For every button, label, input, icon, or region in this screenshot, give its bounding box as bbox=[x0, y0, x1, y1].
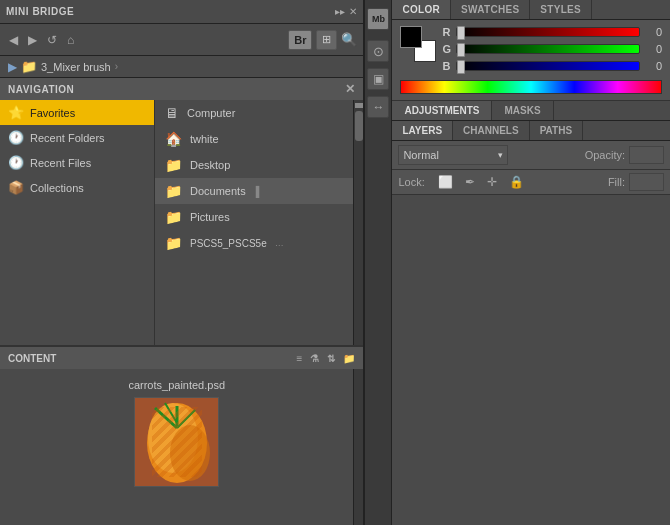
blue-slider-row: B 0 bbox=[442, 60, 662, 72]
cursor-indicator: ▌ bbox=[256, 186, 263, 197]
nav-item-recent-files[interactable]: 🕐 Recent Files bbox=[0, 150, 154, 175]
content-main: carrots_painted.psd bbox=[0, 369, 353, 525]
new-folder-icon[interactable]: 📁 bbox=[343, 353, 355, 364]
breadcrumb-text: 3_Mixer brush bbox=[41, 61, 111, 73]
sort-icon[interactable]: ⇅ bbox=[327, 353, 335, 364]
file-item-pscs5[interactable]: 📁 PSCS5_PSCS5e … bbox=[155, 230, 353, 256]
view-button[interactable]: ⊞ bbox=[316, 30, 337, 50]
opacity-label: Opacity: bbox=[585, 149, 625, 161]
expand-icon[interactable]: ▸▸ bbox=[335, 6, 345, 17]
tab-channels[interactable]: CHANNELS bbox=[453, 121, 530, 140]
tab-masks[interactable]: MASKS bbox=[492, 101, 553, 120]
file-thumbnail: carrots_painted.psd bbox=[0, 369, 353, 497]
color-spectrum[interactable] bbox=[400, 80, 662, 94]
search-button[interactable]: 🔍 bbox=[341, 32, 357, 47]
content-header: CONTENT ≡ ⚗ ⇅ 📁 bbox=[0, 347, 363, 369]
lock-all-icon[interactable]: 🔒 bbox=[506, 174, 527, 190]
nav-item-collections[interactable]: 📦 Collections bbox=[0, 175, 154, 200]
file-item-twhite[interactable]: 🏠 twhite bbox=[155, 126, 353, 152]
home-button[interactable]: ⌂ bbox=[64, 32, 77, 48]
right-panel: COLOR SWATCHES STYLES R 0 G bbox=[392, 0, 670, 525]
foreground-color-box[interactable] bbox=[400, 26, 422, 48]
mb-side-button[interactable]: Mb bbox=[367, 8, 389, 30]
nav-item-recent-folders[interactable]: 🕐 Recent Folders bbox=[0, 125, 154, 150]
red-value: 0 bbox=[644, 26, 662, 38]
red-slider-thumb[interactable] bbox=[457, 26, 465, 40]
scroll-handle[interactable] bbox=[355, 111, 363, 141]
sliders-area: R 0 G 0 B bbox=[442, 26, 662, 72]
fill-input[interactable] bbox=[629, 173, 664, 191]
color-panel-tabs: COLOR SWATCHES STYLES bbox=[392, 0, 670, 20]
svg-point-7 bbox=[170, 425, 210, 481]
filter-icon[interactable]: ⚗ bbox=[310, 353, 319, 364]
folder-color-icon: 📁 bbox=[21, 59, 37, 74]
blend-row: Normal ▾ Opacity: bbox=[392, 141, 670, 170]
file-item-pictures[interactable]: 📁 Pictures bbox=[155, 204, 353, 230]
br-button[interactable]: Br bbox=[288, 30, 312, 50]
list-view-icon[interactable]: ≡ bbox=[297, 353, 303, 364]
green-slider-thumb[interactable] bbox=[457, 43, 465, 57]
lock-paint-icon[interactable]: ✒ bbox=[462, 174, 478, 190]
content-toolbar: ≡ ⚗ ⇅ 📁 bbox=[297, 353, 356, 364]
tab-styles[interactable]: STYLES bbox=[530, 0, 592, 19]
thumbnail-image bbox=[134, 397, 219, 487]
file-item-label: Pictures bbox=[190, 211, 230, 223]
close-icon[interactable]: ✕ bbox=[349, 6, 357, 17]
content-title: CONTENT bbox=[8, 353, 56, 364]
mini-bridge-panel: MINI BRIDGE ▸▸ ✕ ◀ ▶ ↺ ⌂ Br ⊞ 🔍 ▶ 📁 3_Mi… bbox=[0, 0, 364, 525]
layers-tabs: LAYERS CHANNELS PATHS bbox=[392, 121, 670, 141]
tab-swatches[interactable]: SWATCHES bbox=[451, 0, 530, 19]
file-item-label: Desktop bbox=[190, 159, 230, 171]
file-item-documents[interactable]: 📁 Documents ▌ bbox=[155, 178, 353, 204]
file-item-computer[interactable]: 🖥 Computer bbox=[155, 100, 353, 126]
nav-list: ⭐ Favorites 🕐 Recent Folders 🕐 Recent Fi… bbox=[0, 100, 155, 345]
blue-slider-thumb[interactable] bbox=[457, 60, 465, 74]
mini-bridge-header: MINI BRIDGE ▸▸ ✕ bbox=[0, 0, 363, 24]
side-btn-2[interactable]: ▣ bbox=[367, 68, 389, 90]
lock-transparency-icon[interactable]: ⬜ bbox=[435, 174, 456, 190]
opacity-input[interactable] bbox=[629, 146, 664, 164]
navigation-header: NAVIGATION ✕ bbox=[0, 78, 363, 100]
file-item-desktop[interactable]: 📁 Desktop bbox=[155, 152, 353, 178]
blue-slider-track[interactable] bbox=[456, 61, 640, 71]
file-name: carrots_painted.psd bbox=[128, 379, 225, 391]
color-main-row: R 0 G 0 B bbox=[400, 26, 662, 72]
side-icon-1: ⊙ bbox=[373, 44, 384, 59]
file-item-label: PSCS5_PSCS5e bbox=[190, 238, 267, 249]
tab-adjustments[interactable]: ADJUSTMENTS bbox=[392, 101, 492, 120]
lock-label: Lock: bbox=[398, 176, 424, 188]
layers-panel: LAYERS CHANNELS PATHS Normal ▾ Opacity: … bbox=[392, 121, 670, 525]
clock-icon: 🕐 bbox=[8, 130, 24, 145]
svg-point-2 bbox=[148, 403, 198, 473]
blue-value: 0 bbox=[644, 60, 662, 72]
adj-masks-tabs: ADJUSTMENTS MASKS bbox=[392, 100, 670, 121]
forward-button[interactable]: ▶ bbox=[25, 32, 40, 48]
back-button[interactable]: ◀ bbox=[6, 32, 21, 48]
mini-bridge-toolbar: ◀ ▶ ↺ ⌂ Br ⊞ 🔍 bbox=[0, 24, 363, 56]
nav-item-label: Recent Files bbox=[30, 157, 91, 169]
ellipsis: … bbox=[275, 238, 284, 248]
side-btn-1[interactable]: ⊙ bbox=[367, 40, 389, 62]
green-slider-track[interactable] bbox=[456, 44, 640, 54]
navigation-close[interactable]: ✕ bbox=[345, 82, 356, 96]
nav-item-favorites[interactable]: ⭐ Favorites bbox=[0, 100, 154, 125]
carrot-preview bbox=[135, 398, 218, 486]
lock-move-icon[interactable]: ✛ bbox=[484, 174, 500, 190]
content-scrollbar[interactable] bbox=[353, 369, 363, 525]
nav-scrollbar[interactable] bbox=[353, 100, 363, 345]
blend-mode-select[interactable]: Normal ▾ bbox=[398, 145, 508, 165]
fill-row: Fill: bbox=[608, 173, 664, 191]
side-icon-3: ↔ bbox=[372, 100, 384, 114]
svg-line-5 bbox=[177, 410, 195, 428]
red-slider-track[interactable] bbox=[456, 27, 640, 37]
file-item-label: twhite bbox=[190, 133, 219, 145]
home-icon: 🏠 bbox=[165, 131, 182, 147]
svg-line-6 bbox=[165, 403, 177, 423]
side-btn-3[interactable]: ↔ bbox=[367, 96, 389, 118]
file-list: 🖥 Computer 🏠 twhite 📁 Desktop 📁 Document… bbox=[155, 100, 353, 345]
tab-paths[interactable]: PATHS bbox=[530, 121, 583, 140]
tab-layers[interactable]: LAYERS bbox=[392, 121, 453, 140]
nav-item-label: Collections bbox=[30, 182, 84, 194]
refresh-button[interactable]: ↺ bbox=[44, 32, 60, 48]
tab-color[interactable]: COLOR bbox=[392, 0, 451, 19]
